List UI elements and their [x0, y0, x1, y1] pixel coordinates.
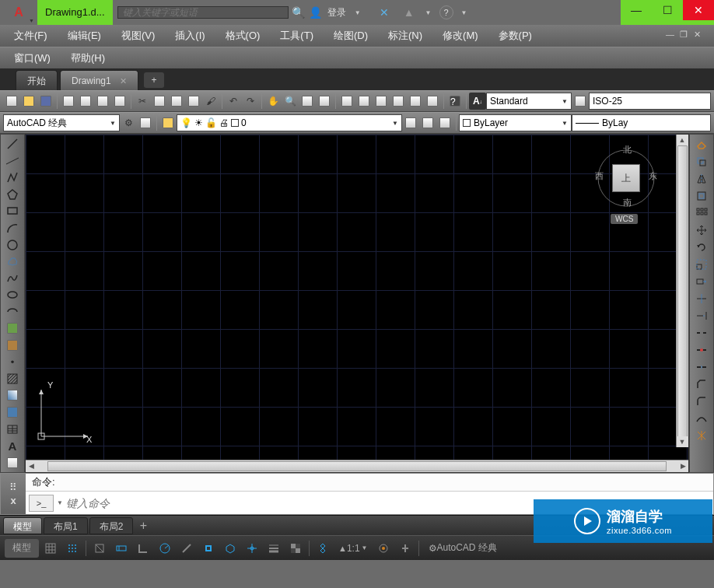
explode-icon[interactable] — [691, 427, 712, 443]
transparency-icon[interactable] — [285, 539, 306, 558]
polar-icon[interactable] — [155, 539, 175, 558]
menu-view[interactable]: 视图(V) — [115, 26, 161, 46]
offset-icon[interactable] — [691, 187, 712, 204]
command-prompt-icon[interactable]: >_ — [29, 495, 54, 512]
tab-close-icon[interactable]: ✕ — [120, 76, 127, 86]
a360-icon[interactable]: ▲ — [401, 4, 418, 21]
copy-icon[interactable] — [151, 93, 168, 110]
color-combo[interactable]: ByLayer ▼ — [459, 114, 572, 131]
menu-edit[interactable]: 编辑(E) — [61, 26, 107, 46]
wcs-badge[interactable]: WCS — [611, 214, 638, 224]
polygon-icon[interactable] — [2, 187, 23, 203]
drawing-canvas[interactable]: 北 南 东 西 上 WCS Y X — [26, 135, 688, 460]
isodraft-icon[interactable] — [177, 539, 197, 558]
layer-prev-icon[interactable] — [419, 114, 436, 131]
tab-new-button[interactable]: + — [144, 72, 164, 88]
status-model-button[interactable]: 模型 — [5, 539, 39, 558]
menu-tools[interactable]: 工具(T) — [274, 26, 320, 46]
save-icon[interactable] — [37, 93, 54, 110]
doc-minimize-icon[interactable]: — — [666, 30, 678, 42]
search-icon[interactable]: 🔍 — [290, 4, 307, 21]
gradient-icon[interactable] — [2, 387, 23, 404]
osnap-icon[interactable] — [198, 539, 219, 558]
break-icon[interactable] — [691, 324, 712, 341]
table-icon[interactable] — [2, 421, 23, 437]
search-input[interactable] — [118, 7, 288, 18]
addselected-icon[interactable] — [2, 454, 23, 471]
line-icon[interactable] — [2, 136, 23, 152]
fillet-icon[interactable] — [691, 393, 712, 409]
redo-icon[interactable]: ↷ — [242, 93, 259, 110]
viewcube-east[interactable]: 东 — [649, 170, 657, 182]
chamfer-icon[interactable] — [691, 376, 712, 392]
menu-help[interactable]: 帮助(H) — [65, 48, 111, 68]
workspace-save-icon[interactable] — [137, 114, 154, 131]
text-icon[interactable]: A — [2, 438, 23, 454]
scroll-right-icon[interactable]: ▶ — [677, 460, 688, 471]
dim-style-combo[interactable]: ISO-25 — [589, 93, 711, 110]
region-icon[interactable] — [2, 404, 23, 421]
auto-scale-icon[interactable] — [395, 539, 415, 558]
exchange-icon[interactable]: ✕ — [376, 4, 393, 21]
annotation-scale-button[interactable]: ▲ 1:1 ▼ — [334, 539, 372, 558]
menu-format[interactable]: 格式(O) — [219, 26, 267, 46]
open-icon[interactable] — [20, 93, 37, 110]
publish-icon[interactable] — [111, 93, 128, 110]
tab-start[interactable]: 开始 — [16, 70, 58, 90]
menu-file[interactable]: 文件(F) — [8, 26, 54, 46]
search-box[interactable] — [117, 6, 289, 19]
workspace-switch-button[interactable]: ⚙ AutoCAD 经典 — [422, 539, 503, 558]
lineweight-icon[interactable] — [264, 539, 284, 558]
doc-close-icon[interactable]: ✕ — [694, 30, 706, 42]
text-style-combo[interactable]: Standard▼ — [486, 93, 572, 110]
match-icon[interactable] — [185, 93, 202, 110]
linetype-combo[interactable]: ByLay — [572, 114, 711, 131]
viewcube[interactable]: 北 南 东 西 上 WCS — [595, 141, 657, 226]
viewcube-west[interactable]: 西 — [595, 170, 604, 182]
anno-visibility-icon[interactable] — [373, 539, 394, 558]
new-icon[interactable] — [3, 93, 20, 110]
snap-toggle-icon[interactable] — [62, 539, 82, 558]
join-icon[interactable] — [691, 359, 712, 375]
markup-icon[interactable] — [407, 93, 424, 110]
point-icon[interactable]: • — [2, 354, 23, 370]
paste-icon[interactable] — [168, 93, 185, 110]
mirror-icon[interactable] — [691, 170, 712, 187]
login-link[interactable]: 登录 — [324, 0, 349, 25]
menu-draw[interactable]: 绘图(D) — [327, 26, 374, 46]
blend-icon[interactable] — [691, 410, 712, 426]
workspace-combo[interactable]: AutoCAD 经典▼ — [3, 114, 120, 131]
rectangle-icon[interactable] — [2, 203, 23, 219]
scroll-down-icon[interactable]: ▼ — [677, 436, 688, 447]
help-icon[interactable]: ? — [439, 5, 453, 19]
insert-block-icon[interactable] — [2, 320, 23, 337]
app-logo[interactable]: A — [0, 0, 37, 25]
preview-icon[interactable] — [94, 93, 111, 110]
array-icon[interactable] — [691, 205, 712, 221]
quickcalc-icon[interactable] — [424, 93, 441, 110]
menu-dimension[interactable]: 标注(N) — [382, 26, 429, 46]
layer-combo[interactable]: 💡 ☀ 🔓 🖨 0 ▼ — [177, 114, 402, 131]
menu-window[interactable]: 窗口(W) — [8, 48, 57, 68]
infer-constraints-icon[interactable] — [89, 539, 110, 558]
3dosnap-icon[interactable] — [220, 539, 240, 558]
maximize-button[interactable]: ☐ — [652, 0, 683, 20]
make-block-icon[interactable] — [2, 338, 23, 354]
plot-icon[interactable] — [77, 93, 94, 110]
grid-toggle-icon[interactable] — [40, 539, 61, 558]
hscroll-thumb[interactable] — [47, 461, 667, 471]
login-dropdown-icon[interactable]: ▼ — [349, 4, 366, 21]
zoom-window-icon[interactable] — [299, 93, 316, 110]
doc-restore-icon[interactable]: ❐ — [680, 30, 692, 42]
cut-icon[interactable]: ✂ — [134, 93, 151, 110]
polyline-icon[interactable] — [2, 170, 23, 186]
scale-icon[interactable] — [691, 256, 712, 272]
scroll-left-icon[interactable]: ◀ — [26, 460, 37, 471]
close-button[interactable]: ✕ — [683, 0, 714, 20]
scroll-up-icon[interactable]: ▲ — [677, 135, 688, 145]
layout-add-button[interactable]: + — [135, 519, 152, 533]
spline-icon[interactable] — [2, 270, 23, 286]
selection-cycling-icon[interactable] — [313, 539, 333, 558]
vertical-scrollbar[interactable]: ▲ ▼ — [676, 135, 688, 447]
pan-icon[interactable]: ✋ — [264, 93, 282, 110]
